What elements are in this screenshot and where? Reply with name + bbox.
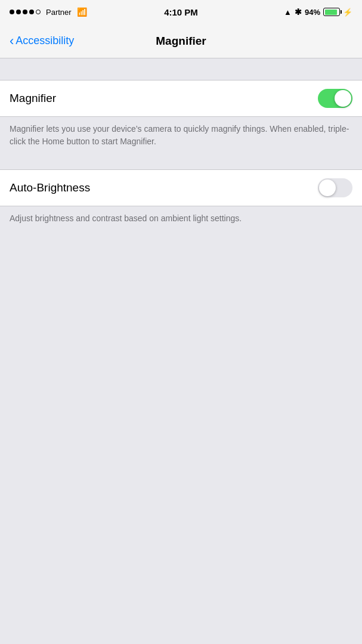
magnifier-label: Magnifier [10, 92, 56, 105]
magnifier-toggle[interactable] [318, 89, 352, 108]
bluetooth-icon: ✱ [295, 7, 302, 17]
signal-dot-4 [29, 10, 34, 14]
signal-dot-1 [10, 10, 14, 14]
status-left: Partner 📶 [10, 7, 87, 17]
battery-fill [325, 10, 338, 15]
section-gap-middle [0, 159, 362, 169]
status-bar: Partner 📶 4:10 PM ▲ ✱ 94% ⚡ [0, 0, 362, 24]
magnifier-toggle-knob [335, 90, 351, 107]
back-chevron-icon: ‹ [10, 35, 14, 48]
status-time: 4:10 PM [164, 7, 198, 17]
wifi-icon: 📶 [77, 7, 87, 17]
auto-brightness-toggle-knob [319, 179, 336, 196]
background-fill [0, 236, 362, 522]
signal-dots [10, 10, 41, 14]
carrier-label: Partner [46, 8, 72, 17]
auto-brightness-row: Auto-Brightness [0, 170, 362, 206]
nav-back-button[interactable]: ‹ Accessibility [10, 35, 74, 48]
nav-bar: ‹ Accessibility Magnifier [0, 24, 362, 58]
battery-container [323, 8, 340, 16]
signal-dot-3 [23, 10, 27, 14]
section-gap-top [0, 58, 362, 80]
signal-dot-5 [36, 10, 41, 14]
status-right: ▲ ✱ 94% ⚡ [284, 7, 352, 17]
auto-brightness-description: Adjust brightness and contrast based on … [0, 206, 362, 236]
auto-brightness-toggle[interactable] [318, 178, 352, 197]
magnifier-description: Magnifier lets you use your device’s cam… [0, 117, 362, 159]
nav-title: Magnifier [156, 35, 206, 48]
battery-percent: 94% [305, 8, 320, 17]
auto-brightness-section: Auto-Brightness [0, 169, 362, 206]
back-label: Accessibility [16, 35, 74, 47]
auto-brightness-label: Auto-Brightness [10, 181, 90, 194]
battery-body [323, 8, 340, 16]
location-icon: ▲ [284, 8, 292, 17]
magnifier-row: Magnifier [0, 80, 362, 116]
magnifier-section: Magnifier [0, 80, 362, 117]
signal-dot-2 [16, 10, 21, 14]
charging-icon: ⚡ [343, 8, 352, 17]
